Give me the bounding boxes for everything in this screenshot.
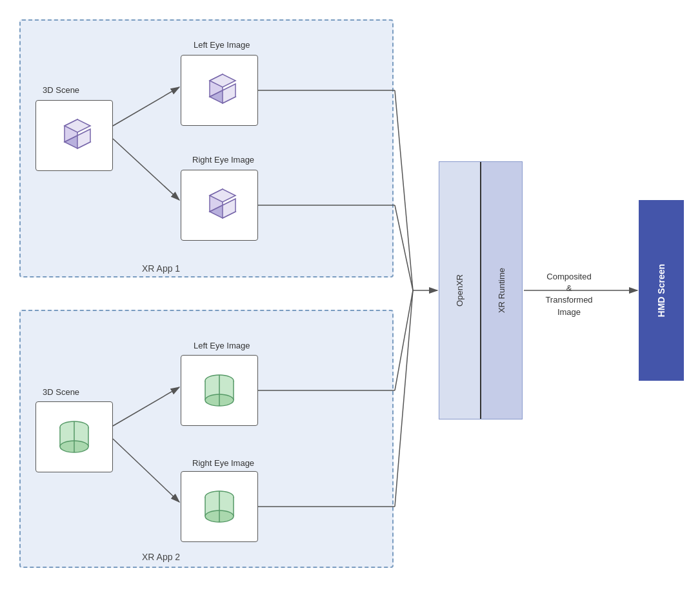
converge-app2-right: [395, 290, 413, 507]
xr-app-1-label: XR App 1: [142, 263, 180, 274]
svg-marker-2: [77, 129, 90, 148]
app2-left-eye-label: Left Eye Image: [194, 341, 250, 350]
app1-left-eye-label: Left Eye Image: [194, 40, 250, 50]
app2-right-eye-label: Right Eye Image: [192, 458, 254, 468]
hmd-label: HMD Screen: [656, 264, 666, 317]
openxr-half: OpenXR: [439, 162, 481, 419]
cube-icon-3: [197, 183, 242, 228]
runtime-block: OpenXR XR Runtime: [439, 161, 523, 419]
cylinder-icon-1: [52, 414, 97, 459]
diagram-container: XR App 1 XR App 2 3D Scene Left Eye Imag…: [0, 0, 700, 595]
cube-icon-1: [52, 113, 97, 158]
app1-scene-label: 3D Scene: [43, 85, 79, 95]
app1-left-eye-box: [181, 55, 258, 126]
openxr-label: OpenXR: [455, 274, 465, 307]
composited-label: Composited&TransformedImage: [530, 271, 608, 318]
cylinder-icon-3: [197, 484, 242, 529]
app2-right-eye-box: [181, 471, 258, 542]
app1-scene-box: [35, 100, 113, 171]
app2-scene-box: [35, 401, 113, 472]
xr-app-2-label: XR App 2: [142, 552, 180, 562]
converge-app1-left: [395, 90, 413, 290]
app2-scene-label: 3D Scene: [43, 387, 79, 397]
app2-left-eye-box: [181, 355, 258, 426]
hmd-screen: HMD Screen: [639, 200, 684, 381]
svg-marker-6: [223, 84, 235, 103]
xr-runtime-label: XR Runtime: [497, 268, 506, 313]
converge-app2-left: [395, 290, 413, 390]
app1-right-eye-box: [181, 170, 258, 241]
app1-right-eye-label: Right Eye Image: [192, 155, 254, 165]
xr-runtime-half: XR Runtime: [481, 162, 522, 419]
converge-app1-right: [395, 205, 413, 290]
svg-marker-10: [223, 199, 235, 218]
cube-icon-2: [197, 68, 242, 113]
cylinder-icon-2: [197, 368, 242, 413]
